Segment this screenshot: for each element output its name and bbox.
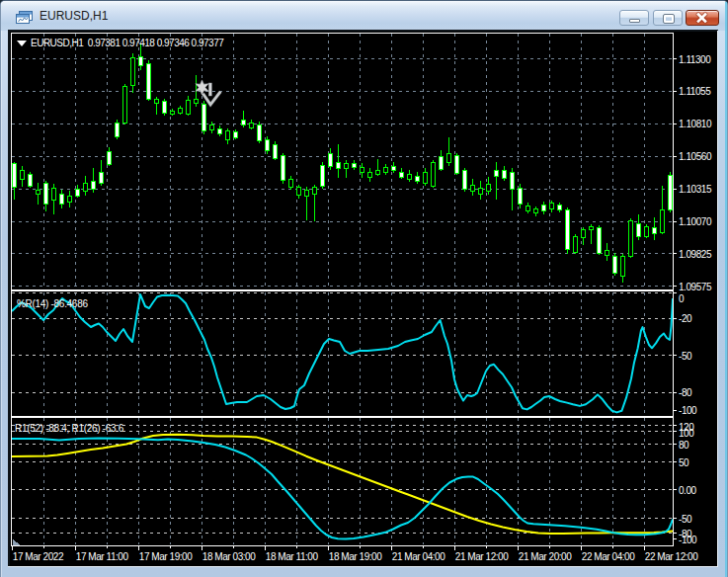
svg-text:0: 0 xyxy=(679,293,685,304)
svg-text:18 Mar 03:00: 18 Mar 03:00 xyxy=(202,551,256,562)
svg-text:1.11055: 1.11055 xyxy=(679,86,711,97)
svg-text:1.10315: 1.10315 xyxy=(679,184,712,195)
svg-text:17 Mar 19:00: 17 Mar 19:00 xyxy=(139,551,193,562)
svg-text:18 Mar 11:00: 18 Mar 11:00 xyxy=(266,551,319,562)
svg-text:1.10070: 1.10070 xyxy=(679,216,712,227)
svg-text:22 Mar 12:00: 22 Mar 12:00 xyxy=(645,551,698,562)
svg-text:-20: -20 xyxy=(679,313,692,324)
svg-text:%R(14) -86.4686: %R(14) -86.4686 xyxy=(17,298,88,309)
svg-text:21 Mar 12:00: 21 Mar 12:00 xyxy=(455,551,509,562)
svg-text:50: 50 xyxy=(679,457,689,468)
svg-text:1.11300: 1.11300 xyxy=(679,54,711,65)
svg-text:100: 100 xyxy=(679,428,694,439)
svg-text:80: 80 xyxy=(679,440,689,451)
svg-text:21 Mar 20:00: 21 Mar 20:00 xyxy=(519,551,572,562)
svg-text:EURUSD,H1 0.97381 0.97418 0.9: EURUSD,H1 0.97381 0.97418 0.97346 0.9737… xyxy=(31,38,224,48)
svg-text:1.09575: 1.09575 xyxy=(679,282,712,292)
svg-text:-100: -100 xyxy=(679,535,697,545)
svg-text:0.00: 0.00 xyxy=(679,485,697,496)
svg-text:22 Mar 04:00: 22 Mar 04:00 xyxy=(582,551,635,562)
svg-text:17 Mar 2022: 17 Mar 2022 xyxy=(13,551,64,562)
svg-text:-80: -80 xyxy=(679,387,692,398)
svg-text:-100: -100 xyxy=(679,405,697,416)
svg-text:-50: -50 xyxy=(679,514,692,525)
svg-text:1.10560: 1.10560 xyxy=(679,151,712,162)
svg-text:R1(52) -88.4, R1(26) -63.6: R1(52) -88.4, R1(26) -63.6 xyxy=(15,423,124,434)
svg-text:-50: -50 xyxy=(679,351,692,362)
svg-text:18 Mar 19:00: 18 Mar 19:00 xyxy=(329,551,382,562)
svg-text:1.09825: 1.09825 xyxy=(679,249,712,260)
svg-text:21 Mar 04:00: 21 Mar 04:00 xyxy=(392,551,445,562)
svg-text:1.10810: 1.10810 xyxy=(679,119,712,129)
svg-text:17 Mar 11:00: 17 Mar 11:00 xyxy=(76,551,129,562)
